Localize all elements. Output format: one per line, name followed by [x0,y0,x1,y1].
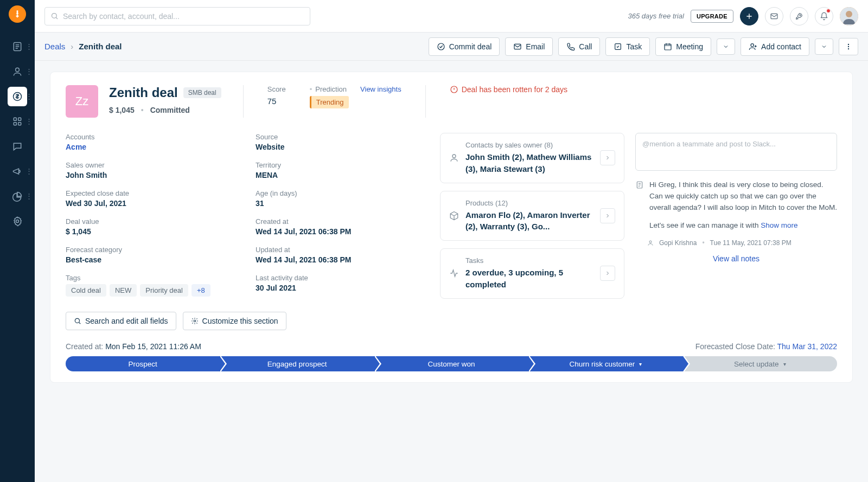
notifications-button[interactable] [815,7,833,25]
dollar-icon [12,91,23,102]
add-button[interactable] [740,7,758,25]
svg-point-18 [848,43,849,44]
tag[interactable]: Priority deal [140,284,188,297]
expand-tasks[interactable] [600,266,615,281]
svg-point-17 [751,43,754,46]
person-plus-icon [749,42,757,51]
note-icon [635,181,644,189]
nav-reports[interactable]: ⋮ [8,187,27,206]
task-button[interactable]: Task [605,37,650,56]
add-contact-button[interactable]: Add contact [741,37,809,56]
note-text: Hi Greg, I think this deal is very close… [649,179,837,214]
updated-at: Wed 14 Jul, 2021 06:38 PM [256,255,429,264]
svg-point-26 [194,320,196,322]
expected-close: Wed 30 Jul, 2021 [66,199,245,208]
nav-apps[interactable]: ⋮ [8,112,27,131]
grid-icon [12,116,23,127]
svg-rect-6 [18,123,21,125]
customize-section-button[interactable]: Customize this section [183,312,286,330]
search-input[interactable] [63,12,304,21]
nav-dashboard[interactable]: ⋮ [8,37,27,56]
stage-won[interactable]: Customer won [374,356,528,371]
mail-icon [513,42,522,51]
svg-point-8 [52,14,57,18]
fields-column-left: AccountsAcme Sales ownerJohn Smith Expec… [66,133,245,306]
person-icon [449,153,459,163]
bell-icon [820,12,828,21]
search-fields-button[interactable]: Search and edit all fields [66,312,176,330]
show-more-link[interactable]: Show more [761,221,797,229]
nav-contacts[interactable]: ⋮ [8,62,27,81]
svg-point-19 [848,46,849,47]
tag[interactable]: Cold deal [66,284,106,297]
chat-icon [12,141,23,152]
chevron-right-icon: › [71,42,73,51]
more-icon [845,43,852,50]
search-icon [74,317,81,325]
chevron-right-icon [604,270,611,277]
add-contact-dropdown[interactable] [815,38,833,55]
created-at: Wed 14 Jul, 2021 06:38 PM [256,227,429,236]
contacts-card[interactable]: Contacts by sales owner (8)John Smith (2… [440,133,624,183]
breadcrumb-root[interactable]: Deals [44,42,65,51]
tags-list: Cold deal NEW Priority deal +8 [66,284,245,297]
megaphone-icon [12,166,23,177]
expand-products[interactable] [600,208,615,223]
note-icon [12,41,23,52]
view-all-notes-link[interactable]: View all notes [635,254,837,263]
tasks-card[interactable]: Tasks2 overdue, 3 upcoming, 5 completed [440,248,624,299]
svg-point-20 [848,48,849,49]
stage-select-update[interactable]: Select update▾ [683,356,837,371]
commit-deal-button[interactable]: Commit deal [429,37,500,56]
products-card[interactable]: Products (12)Amaron Flo (2), Amaron Inve… [440,191,624,241]
meeting-dropdown[interactable] [717,38,735,55]
territory: MENA [256,171,429,179]
score-value: 75 [267,97,286,106]
stage-prospect[interactable]: Prospect [66,356,220,371]
pipeline-stages: Prospect Engaged prospect Customer won C… [66,356,837,371]
call-button[interactable]: Call [558,37,600,56]
person-small-icon [647,240,654,246]
global-search[interactable] [44,7,310,25]
svg-rect-4 [18,118,21,120]
deal-value: $ 1,045 [66,227,245,236]
whats-new-button[interactable] [790,7,808,25]
notes-panel: @mention a teammate and post to Slack...… [635,133,837,263]
nav-settings[interactable] [8,211,27,231]
upgrade-button[interactable]: UPGRADE [691,10,733,23]
user-avatar[interactable] [840,7,858,25]
person-icon [12,66,23,77]
tags-more[interactable]: +8 [192,284,210,297]
action-bar: Commit deal Email Call Task Meeting Add … [429,37,858,56]
box-icon [449,211,459,221]
nav-deals[interactable]: ⋮ [8,87,27,106]
task-icon [614,42,622,51]
email-button[interactable]: Email [505,37,553,56]
account-link[interactable]: Acme [66,143,245,151]
stage-churn[interactable]: Churn risk customer▾ [528,356,682,371]
meeting-button[interactable]: Meeting [655,37,711,56]
nav-campaigns[interactable]: ⋮ [8,162,27,181]
tag[interactable]: NEW [110,284,137,297]
caret-down-icon: ▾ [639,361,642,367]
nav-messages[interactable] [8,137,27,156]
sales-owner: John Smith [66,171,245,179]
avatar-icon [840,7,858,25]
svg-point-13 [438,43,444,50]
expand-contacts[interactable] [600,150,615,165]
stage-engaged[interactable]: Engaged prospect [220,356,374,371]
activity-icon [449,268,459,278]
score-label: Score [267,85,286,93]
gear-icon [191,317,199,325]
forecast-close-date[interactable]: Thu Mar 31, 2022 [777,342,837,351]
forecast-category: Best-case [66,255,245,264]
mail-button[interactable] [765,7,783,25]
view-insights-link[interactable]: View insights [360,85,401,93]
deal-type-pill: SMB deal [183,87,221,98]
plus-icon [745,12,754,21]
mention-input[interactable]: @mention a teammate and post to Slack... [635,133,837,171]
more-actions-button[interactable] [839,38,858,55]
app-logo[interactable] [9,5,26,23]
last-activity: 30 Jul 2021 [256,284,429,292]
caret-down-icon: ▾ [783,361,786,367]
